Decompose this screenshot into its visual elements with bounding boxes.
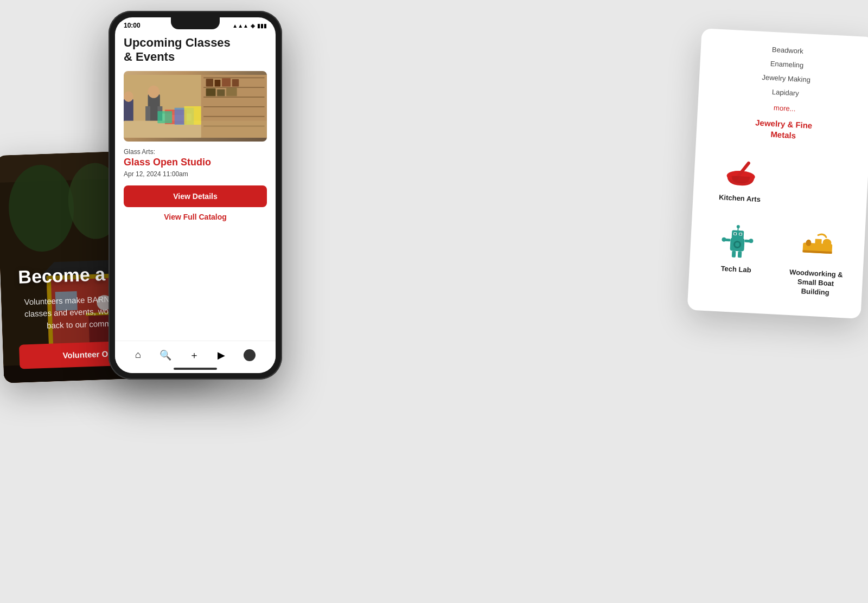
svg-rect-23 [203,97,264,98]
svg-rect-30 [232,79,239,86]
add-icon[interactable]: ＋ [189,349,199,362]
tech-lab-label: Tech Lab [720,264,751,275]
tech-lab-icon [718,222,758,262]
svg-point-59 [737,225,740,228]
play-icon[interactable]: ▶ [218,349,225,361]
phone-content: Upcoming Classes & Events [115,31,276,344]
svg-rect-27 [206,79,213,86]
view-full-catalog-link[interactable]: View Full Catalog [124,213,267,221]
category-grid: Kitchen Arts [699,145,858,304]
svg-rect-69 [815,239,822,247]
phone-screen: 10:00 ▲▲▲ ◈ ▮▮▮ Upcoming Classes & Event… [115,17,276,373]
svg-rect-33 [226,88,237,96]
active-category: Jewelry & FineMetals [707,115,860,144]
phone-heading: Upcoming Classes & Events [124,36,267,65]
svg-rect-67 [738,251,742,258]
home-icon[interactable]: ⌂ [135,349,141,361]
svg-rect-21 [203,77,264,78]
svg-rect-24 [203,106,264,107]
category-item-woodworking[interactable]: Woodworking & Small Boat Building [779,220,855,304]
phone-notch [171,17,220,29]
category-item-kitchen-arts[interactable]: Kitchen Arts [704,145,778,211]
svg-point-35 [148,85,159,98]
workshop-image [124,71,267,142]
wifi-icon: ◈ [251,23,255,29]
view-details-button[interactable]: View Details [124,185,267,207]
status-icons: ▲▲▲ ◈ ▮▮▮ [232,23,267,29]
kitchen-arts-icon [721,151,761,191]
event-date: Apr 12, 2024 11:00am [124,170,267,178]
svg-rect-47 [157,111,172,123]
woodworking-icon [797,226,838,266]
svg-rect-28 [215,80,221,86]
category-item-tech-lab[interactable]: Tech Lab [699,215,775,299]
svg-rect-57 [739,233,742,235]
event-title: Glass Open Studio [124,157,267,168]
svg-point-65 [749,239,753,243]
category-list: Beadwork Enameling Jewelry Making Lapida… [709,40,864,104]
phone-time: 10:00 [124,22,141,29]
signal-icon: ▲▲▲ [232,23,248,29]
svg-point-39 [124,91,133,102]
battery-icon: ▮▮▮ [257,23,267,29]
svg-rect-25 [203,116,264,117]
svg-rect-31 [206,88,216,96]
svg-rect-29 [222,78,231,86]
phone-frame: 10:00 ▲▲▲ ◈ ▮▮▮ Upcoming Classes & Event… [108,11,282,380]
svg-rect-46 [184,106,201,125]
home-indicator [174,368,217,370]
categories-card: Beadwork Enameling Jewelry Making Lapida… [687,28,868,319]
circle-icon[interactable] [244,349,256,361]
search-icon[interactable]: 🔍 [159,349,171,361]
kitchen-arts-label: Kitchen Arts [719,193,761,204]
svg-rect-66 [732,251,736,257]
svg-rect-22 [203,87,264,88]
phone-bottom-nav: ⌂ 🔍 ＋ ▶ [115,341,276,373]
svg-rect-56 [734,233,736,234]
woodworking-label: Woodworking & Small Boat Building [784,268,846,298]
event-category: Glass Arts: [124,148,267,156]
svg-rect-32 [217,89,225,96]
